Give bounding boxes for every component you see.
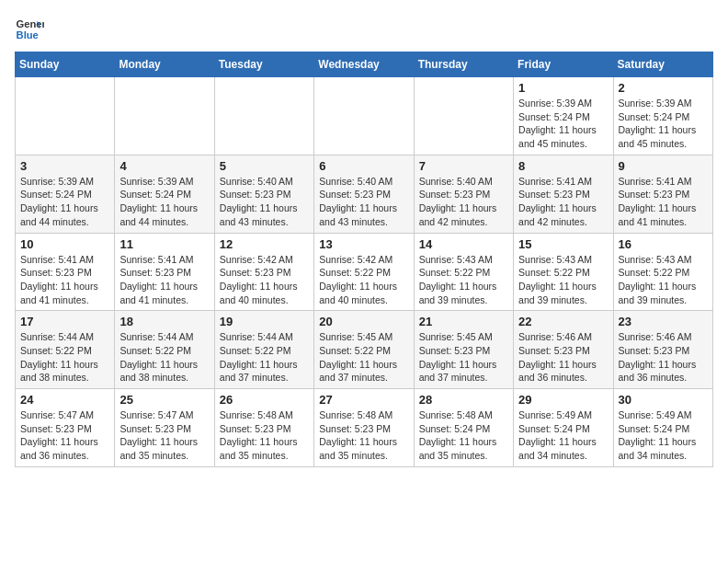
day-info: Sunrise: 5:39 AMSunset: 5:24 PMDaylight:…	[20, 175, 109, 229]
day-info: Sunrise: 5:41 AMSunset: 5:23 PMDaylight:…	[518, 175, 608, 229]
day-info: Sunrise: 5:46 AMSunset: 5:23 PMDaylight:…	[619, 330, 708, 385]
calendar-cell: 9Sunrise: 5:41 AMSunset: 5:23 PMDaylight…	[613, 155, 712, 233]
calendar-cell: 23Sunrise: 5:46 AMSunset: 5:23 PMDayligh…	[613, 311, 712, 389]
day-number: 25	[119, 393, 209, 407]
day-header-sunday: Sunday	[16, 52, 115, 77]
logo: General Blue	[15, 15, 48, 44]
calendar-cell: 1Sunrise: 5:39 AMSunset: 5:24 PMDaylight…	[514, 77, 613, 155]
day-number: 19	[220, 315, 309, 328]
calendar-cell: 10Sunrise: 5:41 AMSunset: 5:23 PMDayligh…	[16, 233, 115, 311]
day-info: Sunrise: 5:43 AMSunset: 5:22 PMDaylight:…	[619, 253, 708, 307]
calendar-cell: 24Sunrise: 5:47 AMSunset: 5:23 PMDayligh…	[16, 389, 115, 467]
day-number: 20	[319, 315, 408, 328]
day-number: 9	[619, 159, 708, 173]
day-info: Sunrise: 5:41 AMSunset: 5:23 PMDaylight:…	[119, 253, 209, 307]
calendar-cell: 22Sunrise: 5:46 AMSunset: 5:23 PMDayligh…	[514, 311, 613, 389]
day-number: 1	[518, 81, 608, 95]
calendar-cell: 29Sunrise: 5:49 AMSunset: 5:24 PMDayligh…	[514, 389, 613, 467]
day-header-tuesday: Tuesday	[214, 52, 313, 77]
calendar-cell: 30Sunrise: 5:49 AMSunset: 5:24 PMDayligh…	[613, 389, 712, 467]
calendar-cell	[115, 77, 214, 155]
day-info: Sunrise: 5:45 AMSunset: 5:22 PMDaylight:…	[319, 330, 408, 385]
day-info: Sunrise: 5:49 AMSunset: 5:24 PMDaylight:…	[619, 408, 708, 463]
day-info: Sunrise: 5:42 AMSunset: 5:23 PMDaylight:…	[220, 253, 309, 307]
day-number: 5	[220, 159, 309, 173]
day-number: 3	[20, 159, 109, 173]
calendar-cell: 16Sunrise: 5:43 AMSunset: 5:22 PMDayligh…	[613, 233, 712, 311]
calendar-cell: 18Sunrise: 5:44 AMSunset: 5:22 PMDayligh…	[115, 311, 214, 389]
calendar-cell: 7Sunrise: 5:40 AMSunset: 5:23 PMDaylight…	[414, 155, 513, 233]
calendar-cell: 11Sunrise: 5:41 AMSunset: 5:23 PMDayligh…	[115, 233, 214, 311]
calendar-cell: 6Sunrise: 5:40 AMSunset: 5:23 PMDaylight…	[314, 155, 414, 233]
day-header-saturday: Saturday	[613, 52, 712, 77]
calendar-cell: 8Sunrise: 5:41 AMSunset: 5:23 PMDaylight…	[514, 155, 613, 233]
day-info: Sunrise: 5:45 AMSunset: 5:23 PMDaylight:…	[419, 330, 508, 385]
logo-icon: General Blue	[15, 15, 44, 44]
day-info: Sunrise: 5:44 AMSunset: 5:22 PMDaylight:…	[20, 330, 109, 385]
calendar-week-row: 1Sunrise: 5:39 AMSunset: 5:24 PMDaylight…	[16, 77, 713, 155]
day-info: Sunrise: 5:46 AMSunset: 5:23 PMDaylight:…	[518, 330, 608, 385]
calendar-cell	[16, 77, 115, 155]
day-number: 12	[220, 237, 309, 251]
calendar-cell: 20Sunrise: 5:45 AMSunset: 5:22 PMDayligh…	[314, 311, 414, 389]
day-number: 18	[119, 315, 209, 328]
day-info: Sunrise: 5:47 AMSunset: 5:23 PMDaylight:…	[119, 408, 209, 463]
day-number: 24	[20, 393, 109, 407]
day-info: Sunrise: 5:40 AMSunset: 5:23 PMDaylight:…	[319, 175, 408, 229]
calendar-week-row: 10Sunrise: 5:41 AMSunset: 5:23 PMDayligh…	[16, 233, 713, 311]
calendar-cell: 25Sunrise: 5:47 AMSunset: 5:23 PMDayligh…	[115, 389, 214, 467]
day-info: Sunrise: 5:48 AMSunset: 5:24 PMDaylight:…	[419, 408, 508, 463]
day-number: 23	[619, 315, 708, 328]
day-number: 29	[518, 393, 608, 407]
day-number: 27	[319, 393, 408, 407]
day-number: 22	[518, 315, 608, 328]
calendar-week-row: 17Sunrise: 5:44 AMSunset: 5:22 PMDayligh…	[16, 311, 713, 389]
day-number: 10	[20, 237, 109, 251]
day-info: Sunrise: 5:43 AMSunset: 5:22 PMDaylight:…	[419, 253, 508, 307]
day-info: Sunrise: 5:48 AMSunset: 5:23 PMDaylight:…	[220, 408, 309, 463]
day-info: Sunrise: 5:43 AMSunset: 5:22 PMDaylight:…	[518, 253, 608, 307]
day-info: Sunrise: 5:48 AMSunset: 5:23 PMDaylight:…	[319, 408, 408, 463]
calendar-cell	[314, 77, 414, 155]
calendar-cell: 13Sunrise: 5:42 AMSunset: 5:22 PMDayligh…	[314, 233, 414, 311]
calendar-cell: 12Sunrise: 5:42 AMSunset: 5:23 PMDayligh…	[214, 233, 313, 311]
day-number: 8	[518, 159, 608, 173]
day-info: Sunrise: 5:41 AMSunset: 5:23 PMDaylight:…	[619, 175, 708, 229]
day-number: 30	[619, 393, 708, 407]
day-info: Sunrise: 5:40 AMSunset: 5:23 PMDaylight:…	[220, 175, 309, 229]
day-info: Sunrise: 5:39 AMSunset: 5:24 PMDaylight:…	[619, 97, 708, 151]
day-info: Sunrise: 5:44 AMSunset: 5:22 PMDaylight:…	[220, 330, 309, 385]
svg-text:General: General	[17, 18, 44, 29]
day-info: Sunrise: 5:47 AMSunset: 5:23 PMDaylight:…	[20, 408, 109, 463]
calendar-cell: 19Sunrise: 5:44 AMSunset: 5:22 PMDayligh…	[214, 311, 313, 389]
calendar-cell: 26Sunrise: 5:48 AMSunset: 5:23 PMDayligh…	[214, 389, 313, 467]
svg-text:Blue: Blue	[17, 29, 39, 40]
day-info: Sunrise: 5:44 AMSunset: 5:22 PMDaylight:…	[119, 330, 209, 385]
day-info: Sunrise: 5:49 AMSunset: 5:24 PMDaylight:…	[518, 408, 608, 463]
day-info: Sunrise: 5:39 AMSunset: 5:24 PMDaylight:…	[518, 97, 608, 151]
day-number: 17	[20, 315, 109, 328]
day-header-monday: Monday	[115, 52, 214, 77]
calendar-cell: 4Sunrise: 5:39 AMSunset: 5:24 PMDaylight…	[115, 155, 214, 233]
day-number: 6	[319, 159, 408, 173]
day-number: 21	[419, 315, 508, 328]
day-number: 26	[220, 393, 309, 407]
calendar-cell: 5Sunrise: 5:40 AMSunset: 5:23 PMDaylight…	[214, 155, 313, 233]
day-header-friday: Friday	[514, 52, 613, 77]
calendar-cell: 21Sunrise: 5:45 AMSunset: 5:23 PMDayligh…	[414, 311, 513, 389]
calendar-cell: 17Sunrise: 5:44 AMSunset: 5:22 PMDayligh…	[16, 311, 115, 389]
day-header-thursday: Thursday	[414, 52, 513, 77]
calendar-header-row: SundayMondayTuesdayWednesdayThursdayFrid…	[16, 52, 713, 77]
day-number: 28	[419, 393, 508, 407]
calendar-cell	[214, 77, 313, 155]
day-number: 2	[619, 81, 708, 95]
day-number: 7	[419, 159, 508, 173]
calendar-cell: 28Sunrise: 5:48 AMSunset: 5:24 PMDayligh…	[414, 389, 513, 467]
calendar-cell: 2Sunrise: 5:39 AMSunset: 5:24 PMDaylight…	[613, 77, 712, 155]
day-number: 11	[119, 237, 209, 251]
day-info: Sunrise: 5:39 AMSunset: 5:24 PMDaylight:…	[119, 175, 209, 229]
calendar-cell: 14Sunrise: 5:43 AMSunset: 5:22 PMDayligh…	[414, 233, 513, 311]
calendar-week-row: 24Sunrise: 5:47 AMSunset: 5:23 PMDayligh…	[16, 389, 713, 467]
day-number: 15	[518, 237, 608, 251]
calendar-table: SundayMondayTuesdayWednesdayThursdayFrid…	[15, 52, 713, 467]
